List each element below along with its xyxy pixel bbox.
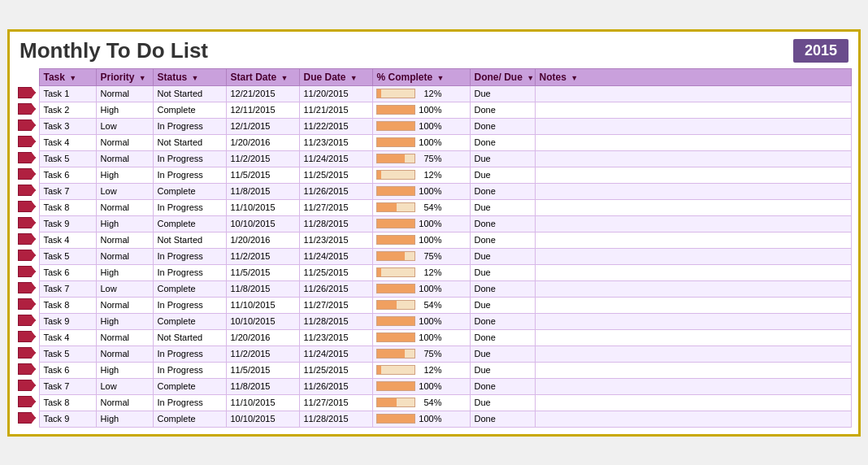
complete-cell: 100%	[372, 134, 470, 150]
status-cell: In Progress	[153, 362, 226, 378]
row-arrow-cell	[16, 248, 39, 264]
progress-bar-fill	[377, 398, 397, 406]
startdate-cell: 11/5/2015	[226, 362, 299, 378]
notes-cell	[535, 297, 852, 313]
table-row: Task 8NormalIn Progress11/10/201511/27/2…	[16, 199, 852, 215]
th-complete[interactable]: % Complete ▼	[372, 68, 470, 85]
priority-cell: High	[96, 313, 153, 329]
startdate-cell: 11/2/2015	[226, 345, 299, 362]
duedate-cell: 11/25/2015	[299, 167, 372, 183]
th-startdate[interactable]: Start Date ▼	[226, 68, 299, 85]
progress-bar-bg	[376, 186, 415, 196]
page-title: Monthly To Do List	[20, 38, 208, 63]
notes-dropdown-icon[interactable]: ▼	[571, 74, 578, 82]
th-priority[interactable]: Priority ▼	[96, 68, 153, 85]
row-arrow-icon	[18, 201, 36, 212]
progress-text: 12%	[418, 267, 442, 277]
table-row: Task 5NormalIn Progress11/2/201511/24/20…	[16, 150, 852, 167]
th-status[interactable]: Status ▼	[153, 68, 226, 85]
duedate-cell: 11/24/2015	[299, 345, 372, 362]
notes-cell	[535, 248, 852, 264]
duedate-cell: 11/27/2015	[299, 394, 372, 411]
row-arrow-icon	[18, 315, 36, 326]
priority-cell: High	[96, 411, 153, 427]
status-cell: Not Started	[153, 134, 226, 150]
donedue-cell: Done	[470, 215, 535, 232]
progress-bar-fill	[377, 219, 414, 228]
table-row: Task 6HighIn Progress11/5/201511/25/2015…	[16, 167, 852, 183]
row-arrow-icon	[18, 298, 36, 310]
donedue-cell: Due	[470, 362, 535, 378]
header-section: Monthly To Do List 2015	[16, 38, 852, 63]
donedue-dropdown-icon[interactable]: ▼	[527, 74, 534, 82]
table-row: Task 6HighIn Progress11/5/201511/25/2015…	[16, 362, 852, 378]
startdate-dropdown-icon[interactable]: ▼	[281, 74, 289, 82]
row-arrow-cell	[16, 215, 39, 232]
task-cell: Task 7	[39, 183, 96, 199]
progress-bar-fill	[377, 203, 397, 211]
priority-cell: Normal	[96, 297, 153, 313]
donedue-cell: Done	[470, 378, 535, 394]
donedue-cell: Due	[470, 264, 535, 280]
task-cell: Task 4	[39, 134, 96, 150]
status-dropdown-icon[interactable]: ▼	[192, 74, 199, 82]
progress-bar-bg	[376, 251, 415, 261]
complete-cell: 12%	[372, 264, 470, 280]
donedue-cell: Due	[470, 150, 535, 167]
priority-dropdown-icon[interactable]: ▼	[139, 74, 146, 82]
status-cell: Not Started	[153, 329, 226, 345]
status-cell: In Progress	[153, 167, 226, 183]
status-cell: Complete	[153, 102, 226, 118]
progress-bar-fill	[377, 285, 414, 293]
priority-cell: Normal	[96, 199, 153, 215]
priority-cell: Low	[96, 280, 153, 297]
status-cell: Complete	[153, 313, 226, 329]
complete-cell: 100%	[372, 118, 470, 134]
progress-bar-fill	[377, 89, 382, 98]
complete-cell: 54%	[372, 199, 470, 215]
progress-text: 100%	[418, 235, 442, 245]
donedue-cell: Due	[470, 167, 535, 183]
year-badge: 2015	[793, 39, 848, 63]
priority-cell: High	[96, 167, 153, 183]
startdate-cell: 12/11/2015	[226, 102, 299, 118]
duedate-dropdown-icon[interactable]: ▼	[350, 74, 358, 82]
priority-cell: Normal	[96, 248, 153, 264]
progress-bar-fill	[377, 252, 406, 260]
startdate-cell: 12/1/2015	[226, 118, 299, 134]
progress-text: 100%	[418, 316, 442, 326]
complete-cell: 100%	[372, 411, 470, 427]
task-cell: Task 5	[39, 150, 96, 167]
progress-bar-bg	[376, 381, 415, 391]
complete-dropdown-icon[interactable]: ▼	[437, 74, 445, 82]
row-arrow-icon	[18, 347, 36, 359]
donedue-cell: Due	[470, 345, 535, 362]
row-arrow-icon	[18, 380, 36, 391]
startdate-cell: 11/8/2015	[226, 378, 299, 394]
th-duedate[interactable]: Due Date ▼	[299, 68, 372, 85]
task-dropdown-icon[interactable]: ▼	[69, 74, 76, 82]
table-row: Task 6HighIn Progress11/5/201511/25/2015…	[16, 264, 852, 280]
complete-cell: 12%	[372, 85, 470, 102]
status-cell: In Progress	[153, 248, 226, 264]
duedate-cell: 11/25/2015	[299, 264, 372, 280]
notes-cell	[535, 167, 852, 183]
donedue-cell: Due	[470, 394, 535, 411]
task-cell: Task 6	[39, 362, 96, 378]
table-row: Task 8NormalIn Progress11/10/201511/27/2…	[16, 297, 852, 313]
th-donedue[interactable]: Done/ Due ▼	[470, 68, 535, 85]
progress-bar-bg	[376, 414, 415, 424]
row-arrow-icon	[18, 87, 36, 98]
duedate-cell: 11/28/2015	[299, 215, 372, 232]
th-task[interactable]: Task ▼	[39, 68, 96, 85]
row-arrow-cell	[16, 378, 39, 394]
duedate-cell: 11/27/2015	[299, 297, 372, 313]
task-cell: Task 4	[39, 329, 96, 345]
progress-bar-bg	[376, 365, 415, 375]
row-arrow-cell	[16, 150, 39, 167]
th-notes[interactable]: Notes ▼	[535, 68, 852, 85]
row-arrow-cell	[16, 362, 39, 378]
duedate-cell: 11/20/2015	[299, 85, 372, 102]
complete-cell: 75%	[372, 345, 470, 362]
task-cell: Task 9	[39, 313, 96, 329]
